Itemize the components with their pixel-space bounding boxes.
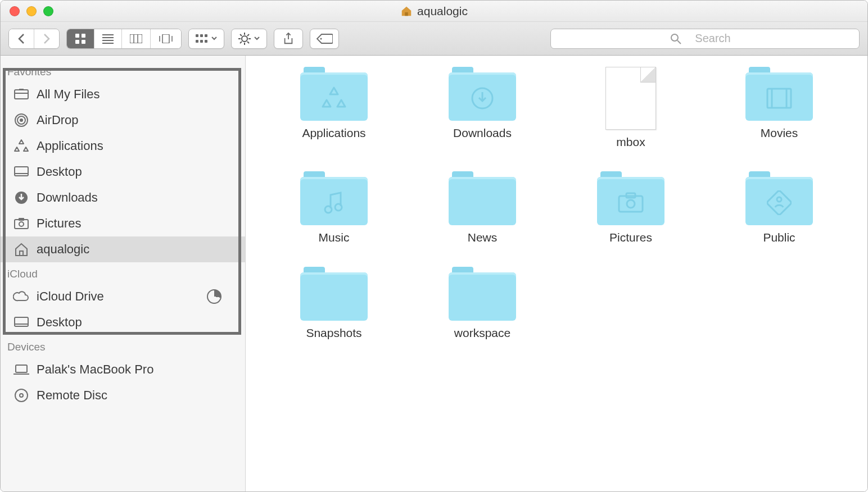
sidebar-item-desktop[interactable]: Desktop <box>1 309 245 335</box>
column-view-button[interactable] <box>122 29 151 48</box>
tags-button[interactable] <box>310 29 339 49</box>
home-icon <box>400 5 413 17</box>
sidebar-item-remote-disc[interactable]: Remote Disc <box>1 382 245 408</box>
list-view-button[interactable] <box>94 29 122 48</box>
desktop-icon <box>13 314 30 331</box>
grid-item-label: Music <box>319 231 350 244</box>
titlebar: aqualogic <box>1 1 867 22</box>
all-my-files-icon <box>13 86 30 103</box>
downloads-icon <box>13 189 30 206</box>
close-window-button[interactable] <box>10 6 20 16</box>
folder-icon <box>300 171 368 225</box>
airdrop-icon <box>13 112 30 129</box>
svg-point-30 <box>320 38 322 39</box>
folder-icon <box>300 67 368 121</box>
grid-item-label: Pictures <box>609 231 652 244</box>
view-buttons <box>66 29 182 49</box>
svg-rect-15 <box>196 34 198 37</box>
svg-point-44 <box>19 222 24 226</box>
svg-rect-16 <box>200 34 203 37</box>
folder-icon <box>745 171 813 225</box>
action-menu-button[interactable] <box>231 29 267 49</box>
body: FavoritesAll My FilesAirDropApplications… <box>1 56 867 491</box>
finder-window: aqualogic <box>0 0 868 492</box>
sidebar-item-pictures[interactable]: Pictures <box>1 211 245 236</box>
sidebar-item-applications[interactable]: Applications <box>1 133 245 159</box>
svg-rect-9 <box>130 34 142 43</box>
search-icon <box>670 33 681 44</box>
cloud-icon <box>13 288 30 305</box>
file-icon <box>597 67 664 130</box>
sidebar-item-label: Desktop <box>37 165 82 179</box>
grid-item-workspace[interactable]: workspace <box>411 267 554 340</box>
zoom-window-button[interactable] <box>43 6 53 16</box>
window-title-container: aqualogic <box>1 4 867 18</box>
svg-point-38 <box>20 119 23 122</box>
grid-item-snapshots[interactable]: Snapshots <box>263 267 405 340</box>
svg-point-50 <box>15 389 28 402</box>
group-button[interactable] <box>188 29 224 49</box>
grid-item-music[interactable]: Music <box>263 171 405 244</box>
svg-rect-45 <box>20 251 23 256</box>
svg-rect-42 <box>15 220 28 229</box>
grid-item-mbox[interactable]: mbox <box>559 67 702 149</box>
sidebar-item-label: Palak's MacBook Pro <box>37 362 153 377</box>
sidebar-section-label: Favorites <box>1 60 245 81</box>
svg-point-31 <box>671 34 678 41</box>
folder-icon <box>300 267 368 321</box>
svg-point-56 <box>325 206 332 213</box>
svg-rect-35 <box>19 89 24 90</box>
minimize-window-button[interactable] <box>26 6 37 16</box>
search-input[interactable] <box>573 32 852 45</box>
sidebar-item-desktop[interactable]: Desktop <box>1 159 245 185</box>
sidebar-item-label: Pictures <box>37 216 81 231</box>
sidebar-item-label: Desktop <box>37 315 82 330</box>
grid-item-label: Movies <box>761 126 798 140</box>
svg-rect-61 <box>767 190 792 215</box>
sidebar-item-aqualogic[interactable]: aqualogic <box>1 236 245 262</box>
sidebar-item-label: iCloud Drive <box>37 289 104 304</box>
svg-rect-18 <box>196 40 198 43</box>
sidebar-item-downloads[interactable]: Downloads <box>1 185 245 211</box>
grid-item-news[interactable]: News <box>411 171 554 244</box>
svg-rect-3 <box>75 40 79 44</box>
svg-line-32 <box>677 40 681 44</box>
search-field[interactable] <box>550 29 860 49</box>
sidebar-section-label: iCloud <box>1 262 245 284</box>
back-button[interactable] <box>9 29 34 48</box>
sidebar-item-label: Remote Disc <box>37 388 107 403</box>
sidebar-section-label: Devices <box>1 335 245 357</box>
sidebar-item-all-my-files[interactable]: All My Files <box>1 81 245 107</box>
grid-item-label: Downloads <box>453 126 512 140</box>
sidebar-item-icloud-drive[interactable]: iCloud Drive <box>1 284 245 309</box>
window-title: aqualogic <box>417 4 468 18</box>
grid-item-public[interactable]: Public <box>708 171 851 244</box>
folder-icon <box>597 171 664 225</box>
traffic-lights <box>10 6 53 16</box>
grid-item-label: Snapshots <box>306 326 361 340</box>
share-button[interactable] <box>274 29 303 49</box>
grid-item-movies[interactable]: Movies <box>708 67 851 149</box>
grid-item-label: Public <box>763 231 795 244</box>
svg-rect-4 <box>82 40 85 44</box>
svg-rect-33 <box>15 90 28 99</box>
svg-point-57 <box>335 204 342 211</box>
grid-item-pictures[interactable]: Pictures <box>559 171 702 244</box>
icloud-usage-icon <box>207 289 221 304</box>
icon-view-button[interactable] <box>67 29 94 48</box>
sidebar-item-airdrop[interactable]: AirDrop <box>1 107 245 133</box>
grid-item-downloads[interactable]: Downloads <box>411 67 554 149</box>
sidebar-item-palak-s-macbook-pro[interactable]: Palak's MacBook Pro <box>1 357 245 382</box>
svg-rect-46 <box>15 317 28 326</box>
svg-rect-39 <box>15 167 28 176</box>
svg-rect-19 <box>200 40 203 43</box>
content-area[interactable]: ApplicationsDownloadsmboxMoviesMusicNews… <box>246 56 867 491</box>
svg-line-28 <box>247 34 249 36</box>
gallery-view-button[interactable] <box>151 29 181 48</box>
laptop-icon <box>13 361 30 378</box>
svg-point-60 <box>627 200 635 208</box>
grid-item-applications[interactable]: Applications <box>263 67 405 149</box>
grid-item-label: Applications <box>302 126 365 140</box>
svg-rect-20 <box>205 40 207 43</box>
forward-button[interactable] <box>34 29 59 48</box>
